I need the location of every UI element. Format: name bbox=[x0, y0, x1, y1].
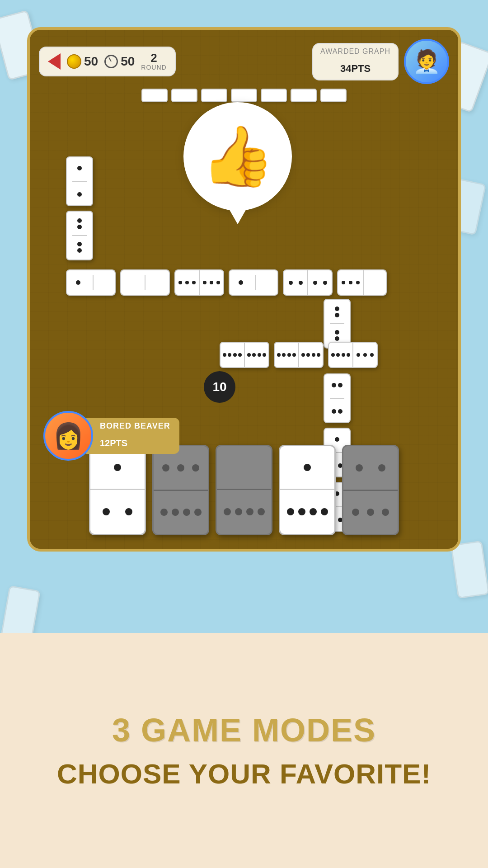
opponent-avatar: 🧑‍💼 bbox=[404, 39, 449, 84]
domino-tile bbox=[324, 373, 351, 423]
game-board: 50 50 2 ROUND AWARDED GRAPH 34PTS 🧑‍💼 bbox=[27, 27, 461, 552]
timer-icon bbox=[104, 55, 118, 68]
opp-tile bbox=[171, 89, 197, 102]
domino-tile bbox=[337, 269, 387, 296]
score-bubble: 10 bbox=[204, 371, 235, 403]
hand-tile[interactable] bbox=[216, 445, 272, 535]
domino-tile bbox=[324, 299, 351, 349]
opponent-hand bbox=[57, 89, 431, 102]
domino-tile bbox=[174, 269, 224, 296]
domino-tile bbox=[274, 342, 324, 368]
domino-tile bbox=[120, 269, 170, 296]
hand-tile[interactable] bbox=[279, 445, 336, 535]
controls-left: 50 50 2 ROUND bbox=[39, 47, 176, 76]
back-button[interactable] bbox=[48, 53, 61, 70]
domino-tile bbox=[220, 342, 269, 368]
coin-count: 50 bbox=[84, 54, 98, 69]
coin-icon bbox=[67, 54, 81, 69]
opp-tile bbox=[320, 89, 347, 102]
awarded-pts: 34PTS bbox=[320, 56, 390, 76]
timer-area: 50 bbox=[104, 54, 135, 69]
coin-area: 50 bbox=[67, 54, 98, 69]
player-name: BORED BEAVER bbox=[100, 421, 170, 431]
opp-tile bbox=[201, 89, 227, 102]
opp-tile bbox=[261, 89, 287, 102]
opp-tile bbox=[291, 89, 317, 102]
headline-1: 3 GAME MODES bbox=[112, 712, 376, 749]
domino-tile bbox=[229, 269, 278, 296]
bottom-section: 3 GAME MODES CHOOSE YOUR FAVORITE! bbox=[0, 633, 488, 868]
round-number: 2 bbox=[141, 52, 166, 64]
player-pts: 12PTS bbox=[100, 431, 170, 450]
domino-tile bbox=[328, 342, 378, 368]
headline-2: CHOOSE YOUR FAVORITE! bbox=[57, 758, 431, 790]
timer-count: 50 bbox=[121, 54, 135, 69]
awarded-graph: AWARDED GRAPH 34PTS bbox=[312, 43, 399, 80]
play-area: 10 bbox=[43, 120, 445, 449]
score-tag: BORED BEAVER 12PTS bbox=[86, 418, 179, 454]
round-label: ROUND bbox=[141, 64, 166, 71]
player-avatar: 👩 bbox=[43, 411, 93, 461]
awarded-label: AWARDED GRAPH bbox=[320, 47, 390, 56]
domino-tile bbox=[66, 211, 93, 260]
domino-tile bbox=[66, 269, 116, 296]
player-score: 👩 BORED BEAVER 12PTS bbox=[43, 411, 179, 461]
opp-tile bbox=[231, 89, 257, 102]
opp-tile bbox=[141, 89, 168, 102]
hand-tile[interactable] bbox=[342, 445, 399, 535]
player-hand bbox=[39, 445, 449, 535]
hand-tile[interactable] bbox=[152, 445, 209, 535]
domino-tile bbox=[283, 269, 333, 296]
domino-tile bbox=[66, 156, 93, 206]
hand-tile[interactable] bbox=[89, 445, 146, 535]
top-bar: 50 50 2 ROUND AWARDED GRAPH 34PTS 🧑‍💼 bbox=[39, 39, 449, 84]
